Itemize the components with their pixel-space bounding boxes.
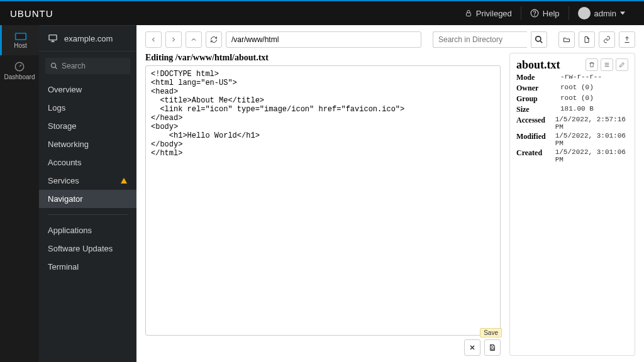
privileged-indicator[interactable]: Privileged bbox=[456, 1, 521, 25]
svg-point-2 bbox=[535, 15, 535, 16]
help-button[interactable]: Help bbox=[521, 1, 569, 25]
arrow-right-icon bbox=[170, 36, 177, 43]
save-tooltip: Save bbox=[480, 328, 502, 337]
left-rail: Host Dashboard bbox=[0, 25, 39, 362]
save-icon bbox=[489, 344, 496, 351]
warning-icon bbox=[120, 177, 128, 185]
host-icon bbox=[48, 33, 58, 43]
cancel-edit-button[interactable] bbox=[464, 339, 480, 356]
main-panel: Editing /var/www/html/about.txt Save abo… bbox=[136, 25, 644, 362]
lock-icon bbox=[465, 9, 472, 17]
nav-applications[interactable]: Applications bbox=[39, 221, 136, 239]
save-button[interactable] bbox=[484, 339, 501, 356]
brand: UBUNTU bbox=[10, 8, 53, 19]
edit-icon bbox=[619, 62, 625, 68]
nav-storage[interactable]: Storage bbox=[39, 117, 136, 135]
search-icon bbox=[50, 62, 58, 70]
folder-icon bbox=[563, 36, 570, 43]
help-icon bbox=[530, 9, 539, 18]
svg-point-7 bbox=[52, 63, 56, 68]
path-input[interactable] bbox=[226, 31, 421, 48]
file-toolbar bbox=[145, 31, 635, 48]
nav-logs[interactable]: Logs bbox=[39, 99, 136, 117]
sidebar-nav: Overview Logs Storage Networking Account… bbox=[39, 80, 136, 276]
nav-terminal[interactable]: Terminal bbox=[39, 258, 136, 276]
top-bar: UBUNTU Privileged Help admin bbox=[0, 0, 644, 25]
list-icon bbox=[604, 62, 610, 68]
arrow-left-icon bbox=[150, 36, 157, 43]
trash-icon bbox=[589, 62, 595, 68]
nav-software-updates[interactable]: Software Updates bbox=[39, 239, 136, 258]
user-menu[interactable]: admin bbox=[569, 1, 634, 25]
sidebar: example.com Search Overview Logs Storage… bbox=[39, 25, 136, 362]
link-icon bbox=[603, 36, 611, 43]
refresh-icon bbox=[210, 36, 218, 43]
upload-icon bbox=[623, 36, 631, 43]
arrow-up-icon bbox=[190, 36, 197, 43]
new-file-button[interactable] bbox=[579, 31, 595, 48]
close-icon bbox=[469, 344, 476, 351]
caret-down-icon bbox=[620, 11, 625, 16]
svg-rect-0 bbox=[466, 13, 470, 16]
server-icon bbox=[14, 32, 27, 41]
rail-host[interactable]: Host bbox=[0, 25, 39, 55]
sidebar-search[interactable]: Search bbox=[45, 58, 130, 74]
up-button[interactable] bbox=[186, 31, 202, 48]
file-icon bbox=[583, 36, 591, 43]
editor-title: Editing /var/www/html/about.txt bbox=[145, 53, 501, 63]
forward-button[interactable] bbox=[165, 31, 182, 48]
rail-dashboard[interactable]: Dashboard bbox=[0, 55, 39, 85]
new-folder-button[interactable] bbox=[558, 31, 575, 48]
gauge-icon bbox=[14, 61, 25, 72]
file-info-panel: about.txt Mode-rw-r--r-- Ownerroot (0) G… bbox=[509, 53, 635, 356]
nav-services[interactable]: Services bbox=[39, 172, 136, 190]
list-view-button[interactable] bbox=[601, 58, 613, 71]
avatar bbox=[578, 7, 591, 19]
svg-point-8 bbox=[536, 36, 541, 41]
nav-divider bbox=[48, 214, 128, 215]
refresh-button[interactable] bbox=[206, 31, 222, 48]
nav-navigator[interactable]: Navigator bbox=[39, 190, 136, 208]
new-link-button[interactable] bbox=[599, 31, 615, 48]
file-editor[interactable] bbox=[145, 65, 501, 336]
info-filename: about.txt bbox=[516, 58, 560, 72]
svg-rect-4 bbox=[16, 33, 25, 38]
nav-accounts[interactable]: Accounts bbox=[39, 153, 136, 172]
back-button[interactable] bbox=[145, 31, 162, 48]
nav-networking[interactable]: Networking bbox=[39, 135, 136, 153]
nav-overview[interactable]: Overview bbox=[39, 80, 136, 99]
host-selector[interactable]: example.com bbox=[39, 25, 136, 52]
search-icon bbox=[535, 35, 543, 44]
directory-search-input[interactable] bbox=[433, 31, 527, 48]
upload-button[interactable] bbox=[619, 31, 635, 48]
directory-search-button[interactable] bbox=[531, 31, 547, 48]
edit-button[interactable] bbox=[616, 58, 628, 71]
delete-button[interactable] bbox=[586, 58, 598, 71]
svg-rect-6 bbox=[49, 35, 57, 40]
